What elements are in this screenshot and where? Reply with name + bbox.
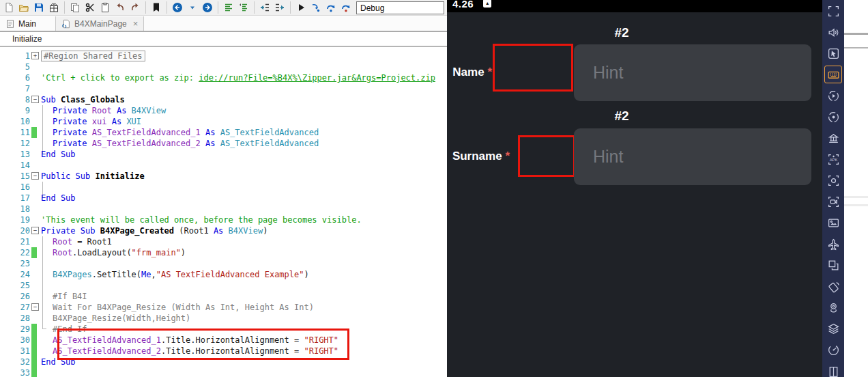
name-text-field[interactable]: Hint — [574, 44, 811, 101]
required-asterisk: * — [487, 66, 492, 79]
bookmark-icon[interactable] — [149, 1, 164, 15]
emulator-screen[interactable]: 4.26 ▴ #2 Name * Hint #2 Surname * Hint — [447, 0, 822, 377]
code-line-19[interactable]: 19'This event will be called once, befor… — [0, 214, 447, 225]
line-number: 6 — [0, 72, 30, 83]
code-editor[interactable]: 1+#Region Shared Files56'Ctrl + click to… — [0, 48, 447, 377]
undo-icon[interactable] — [113, 1, 128, 15]
location-icon[interactable] — [824, 298, 842, 316]
fullscreen-icon[interactable] — [824, 2, 842, 20]
forward-icon[interactable] — [200, 1, 215, 15]
line-number: 31 — [0, 346, 30, 357]
back-icon[interactable] — [170, 1, 185, 15]
build-mode-select[interactable]: Debug — [356, 1, 444, 14]
record-icon[interactable] — [824, 108, 842, 126]
code-line-1[interactable]: 1+#Region Shared Files — [0, 51, 447, 61]
tab-close-icon[interactable]: × — [133, 18, 139, 29]
redo-icon[interactable] — [128, 1, 143, 15]
code-line-24[interactable]: 24B4XPages.SetTitle(Me,"AS TextFieldAdva… — [0, 269, 447, 280]
code-line-15[interactable]: 15−Public Sub Initialize — [0, 171, 447, 182]
line-number: 19 — [0, 214, 30, 225]
code-line-28[interactable]: 28B4XPage_Resize(Width,Height) — [0, 313, 447, 324]
tab-b4xmainpage[interactable]: B4XMainPage × — [55, 16, 144, 31]
fold-toggle-icon[interactable]: − — [31, 172, 39, 180]
step-into-icon[interactable] — [308, 1, 323, 15]
code-line-9[interactable]: 9Private Root As B4XView — [0, 105, 447, 116]
toolbar-separator — [167, 1, 167, 14]
toolbar-separator — [64, 1, 65, 14]
outdent-icon[interactable] — [257, 1, 272, 15]
new-file-icon[interactable] — [1, 1, 16, 15]
class-module-icon — [61, 19, 71, 29]
pages-icon[interactable] — [824, 362, 842, 377]
code-line-11[interactable]: 11Private AS_TextFieldAdvanced_1 As AS_T… — [0, 127, 447, 138]
code-line-23[interactable]: 23 — [0, 258, 447, 269]
indent-icon[interactable] — [272, 1, 287, 15]
gallery-icon[interactable] — [824, 214, 842, 232]
code-text: Private AS_TextFieldAdvanced_1 As AS_Tex… — [53, 127, 319, 138]
code-line-16[interactable]: 16 — [0, 182, 447, 193]
fold-toggle-icon[interactable]: − — [31, 227, 39, 234]
line-number: 25 — [0, 280, 30, 291]
paste-icon[interactable] — [98, 1, 113, 15]
caret-down-icon[interactable] — [185, 1, 200, 15]
divider — [844, 47, 868, 48]
code-line-21[interactable]: 21Root = Root1 — [0, 236, 447, 247]
multi-window-icon[interactable] — [824, 256, 842, 274]
code-line-12[interactable]: 12Private AS_TextFieldAdvanced_2 As AS_T… — [0, 138, 447, 149]
fold-toggle-icon[interactable]: − — [31, 303, 39, 311]
screen-record-icon[interactable] — [824, 193, 842, 210]
code-line-26[interactable]: 26#If B4I — [0, 291, 447, 302]
fold-toggle-icon[interactable]: + — [31, 52, 39, 59]
code-line-17[interactable]: 17End Sub — [0, 193, 447, 204]
surname-text-field[interactable]: Hint — [574, 128, 811, 185]
copy-icon[interactable] — [68, 1, 83, 15]
code-line-13[interactable]: 13End Sub — [0, 149, 447, 160]
airplane-icon[interactable] — [824, 235, 842, 253]
code-line-25[interactable]: 25 — [0, 280, 447, 291]
code-line-22[interactable]: 22Root.LoadLayout("frm_main") — [0, 247, 447, 258]
layers-icon[interactable] — [824, 320, 842, 337]
android-status-bar: 4.26 ▴ — [447, 0, 822, 12]
save-icon[interactable] — [31, 1, 46, 15]
rotate-device-icon[interactable] — [824, 277, 842, 295]
code-line-10[interactable]: 10Private xui As XUI — [0, 116, 447, 127]
step-over-icon[interactable] — [323, 1, 338, 15]
run-icon[interactable] — [293, 1, 308, 15]
code-line-6[interactable]: 6'Ctrl + click to export as zip: ide://r… — [0, 72, 447, 83]
package-icon[interactable] — [46, 1, 61, 15]
field1-hint: Hint — [574, 63, 623, 83]
field1-title: Name * — [447, 66, 492, 79]
code-line-27[interactable]: 27−Wait For B4XPage_Resize (Width As Int… — [0, 302, 447, 313]
volume-icon[interactable] — [824, 23, 842, 41]
cut-icon[interactable] — [83, 1, 98, 15]
notification-icon: ▴ — [483, 0, 491, 8]
pointer-icon[interactable] — [824, 44, 842, 62]
current-sub-label[interactable]: Initialize — [0, 34, 42, 44]
line-number: 5 — [0, 61, 30, 72]
step-out-icon[interactable] — [338, 1, 353, 15]
open-folder-icon[interactable] — [16, 1, 31, 15]
rotate-run-icon[interactable] — [824, 87, 842, 104]
apk-install-icon[interactable]: APK — [824, 150, 842, 168]
tab-main[interactable]: Main — [0, 16, 42, 31]
code-line-7[interactable]: 7 — [0, 83, 447, 94]
code-text: #If B4I — [53, 291, 87, 302]
keyboard-icon[interactable] — [824, 66, 842, 83]
bank-icon[interactable] — [824, 129, 842, 147]
gauge-icon[interactable] — [824, 341, 842, 359]
line-number: 17 — [0, 193, 30, 204]
code-line-5[interactable]: 5 — [0, 61, 447, 72]
tab-active-label: B4XMainPage — [74, 19, 127, 29]
code-line-8[interactable]: 8−Sub Class_Globals — [0, 94, 447, 105]
code-line-33[interactable]: 33 — [0, 367, 447, 377]
code-line-14[interactable]: 14 — [0, 160, 447, 171]
fold-toggle-icon[interactable]: − — [31, 96, 39, 103]
uncomment-icon[interactable] — [236, 1, 251, 15]
code-line-18[interactable]: 18 — [0, 204, 447, 214]
screenshot-icon[interactable] — [824, 171, 842, 189]
change-bar — [31, 335, 37, 346]
comment-icon[interactable] — [221, 1, 236, 15]
line-number: 21 — [0, 236, 30, 247]
code-line-20[interactable]: 20−Private Sub B4XPage_Created (Root1 As… — [0, 225, 447, 236]
line-number: 26 — [0, 291, 30, 302]
